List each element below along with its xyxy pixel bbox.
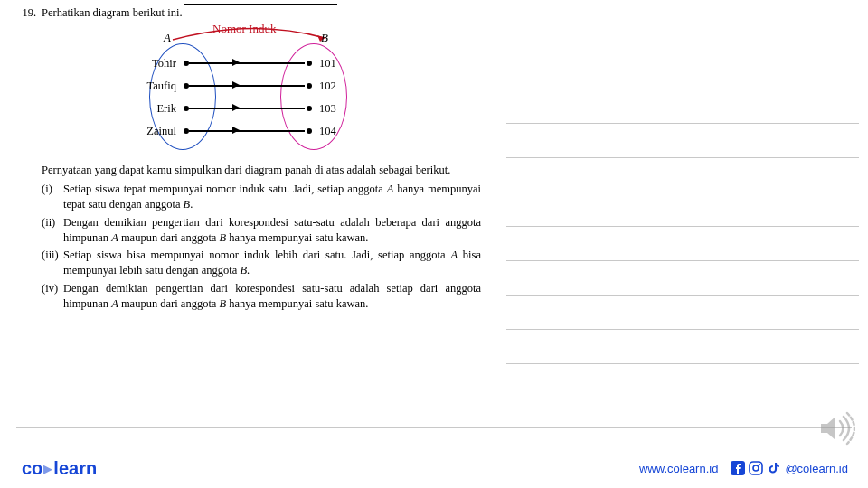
item-label: (iii) [42, 248, 63, 278]
instagram-icon [749, 461, 763, 475]
item-label: (i) [42, 182, 63, 212]
map-left-label: Erik [120, 102, 176, 116]
set-b-label: B [321, 31, 328, 45]
arrow-icon [232, 104, 240, 111]
social-block: @colearn.id [731, 461, 848, 475]
arrow-arc-icon [171, 25, 334, 43]
question-number: 19. [16, 6, 42, 20]
brand-logo: co▸learn [22, 457, 97, 479]
map-row: Zainul 104 [113, 122, 384, 140]
item-label: (iv) [42, 281, 63, 312]
logo-part-a: co [22, 458, 42, 478]
statement-list: (i) Setiap siswa tepat mempunyai nomor i… [42, 182, 481, 312]
dot-icon [307, 106, 312, 111]
map-left-label: Tohir [120, 57, 176, 70]
question-row: 19. Perhatikan diagram berikut ini. [16, 6, 481, 20]
speaker-icon [816, 408, 855, 448]
dot-icon [307, 128, 312, 134]
tiktok-icon [767, 461, 781, 475]
list-item: (ii) Dengan demikian pengertian dari kor… [42, 215, 481, 246]
item-body: Setiap siswa bisa mempunyai nomor induk … [63, 248, 481, 278]
arrow-icon [232, 81, 240, 89]
map-line [189, 130, 305, 132]
map-right-label: 103 [319, 102, 336, 116]
map-line [189, 108, 305, 109]
question-content: 19. Perhatikan diagram berikut ini. Nomo… [0, 0, 506, 312]
item-label: (ii) [42, 215, 63, 246]
item-body: Dengan demikian pengertian dari korespon… [63, 281, 481, 312]
top-rule [184, 4, 337, 5]
map-right-label: 101 [319, 57, 336, 70]
svg-point-3 [759, 464, 760, 465]
map-right-label: 104 [319, 125, 336, 138]
set-a-label: A [164, 31, 171, 45]
footer: co▸learn www.colearn.id @colearn.id [22, 457, 848, 479]
dot-icon [307, 83, 312, 89]
facebook-icon [731, 461, 745, 475]
svg-point-2 [753, 465, 759, 471]
map-right-label: 102 [319, 80, 336, 93]
list-item: (i) Setiap siswa tepat mempunyai nomor i… [42, 182, 481, 212]
map-left-label: Taufiq [120, 80, 176, 93]
dot-icon [307, 61, 312, 66]
arrow-icon [232, 127, 240, 134]
map-line [189, 85, 305, 87]
list-item: (iv) Dengan demikian pengertian dari kor… [42, 281, 481, 312]
map-row: Taufiq 102 [113, 77, 384, 95]
blank-lines-right [506, 123, 859, 398]
map-line [189, 62, 305, 64]
mapping-diagram: Nomor Induk A B Tohir 101 Taufiq 102 Eri… [113, 22, 384, 157]
list-item: (iii) Setiap siswa bisa mempunyai nomor … [42, 248, 481, 278]
map-left-label: Zainul [120, 125, 176, 138]
explanation-text: Pernyataan yang dapat kamu simpulkan dar… [42, 163, 481, 178]
arrow-icon [232, 59, 240, 66]
footer-right: www.colearn.id @colearn.id [639, 461, 848, 475]
svg-rect-1 [750, 462, 762, 474]
map-row: Tohir 101 [113, 54, 384, 72]
blank-line-full [16, 418, 852, 428]
footer-url: www.colearn.id [639, 462, 718, 475]
item-body: Dengan demikian pengertian dari korespon… [63, 215, 481, 246]
map-row: Erik 103 [113, 99, 384, 117]
social-handle: @colearn.id [785, 462, 848, 475]
item-body: Setiap siswa tepat mempunyai nomor induk… [63, 182, 481, 212]
logo-part-b: learn [53, 458, 97, 478]
question-text: Perhatikan diagram berikut ini. [42, 6, 481, 20]
